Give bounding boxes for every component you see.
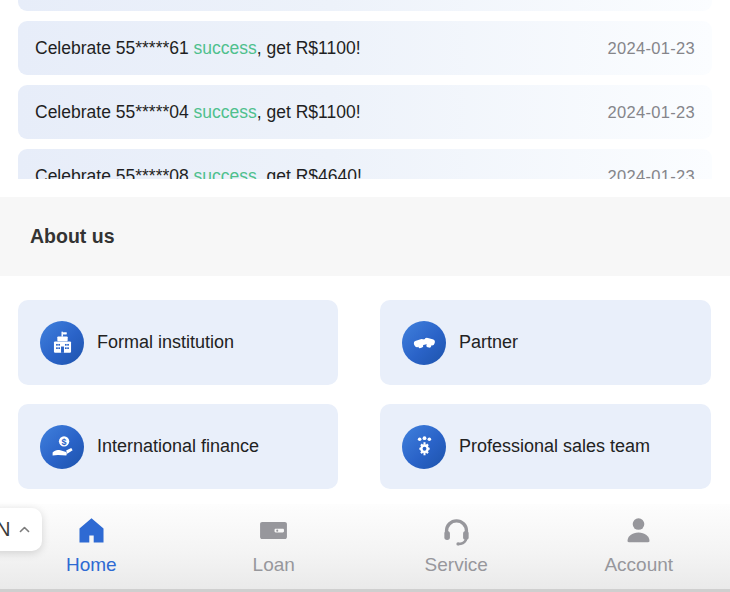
notification-row: Celebrate 55*****61 success, get R$1100!… [18,21,712,75]
collapsed-panel-label: N [0,518,10,541]
nav-item-loan[interactable]: Loan [183,504,366,592]
about-card-formal-institution: Formal institution [18,300,338,385]
notification-date: 2024-01-23 [608,39,695,58]
home-icon [76,515,107,546]
nav-label: Account [604,554,673,576]
bottom-nav-bar: Home Loan Service Account [0,504,730,592]
notification-list: Celebrate 55*****61 success, get R$1100!… [0,0,730,179]
notification-message: Celebrate 55*****04 success, get R$1100! [35,102,608,123]
nav-item-account[interactable]: Account [548,504,730,592]
success-highlight: success [194,38,257,58]
collapsed-panel-toggle[interactable]: N [0,508,42,551]
nav-label: Service [425,554,488,576]
notification-row: Celebrate 55*****08 success, get R$4640!… [18,149,712,179]
nav-label: Loan [253,554,295,576]
team-icon [411,433,438,460]
finance-icon [49,433,76,460]
about-card-professional-sales-team: Professional sales team [380,404,711,489]
headset-icon [441,515,472,546]
person-icon [623,515,654,546]
notification-row: Celebrate 55*****04 success, get R$1100!… [18,85,712,139]
notification-date: 2024-01-23 [608,167,695,180]
chevron-up-icon [17,522,32,537]
notification-message: Celebrate 55*****61 success, get R$1100! [35,38,608,59]
success-highlight: success [194,102,257,122]
about-card-international-finance: International finance [18,404,338,489]
about-card-label: Professional sales team [459,436,650,457]
about-card-label: Formal institution [97,332,234,353]
nav-label: Home [66,554,117,576]
about-section-header: About us [0,197,730,276]
notification-message: Celebrate 55*****08 success, get R$4640! [35,166,608,180]
notification-date: 2024-01-23 [608,103,695,122]
about-card-label: Partner [459,332,518,353]
about-card-partner: Partner [380,300,711,385]
success-highlight: success [194,166,257,180]
institution-icon [49,329,76,356]
nav-item-service[interactable]: Service [365,504,548,592]
handshake-icon [411,329,438,356]
wallet-icon [258,515,289,546]
about-title: About us [30,225,114,248]
notification-row [18,0,712,11]
about-card-label: International finance [97,436,259,457]
about-cards-grid: Formal institution Partner International… [0,276,730,489]
